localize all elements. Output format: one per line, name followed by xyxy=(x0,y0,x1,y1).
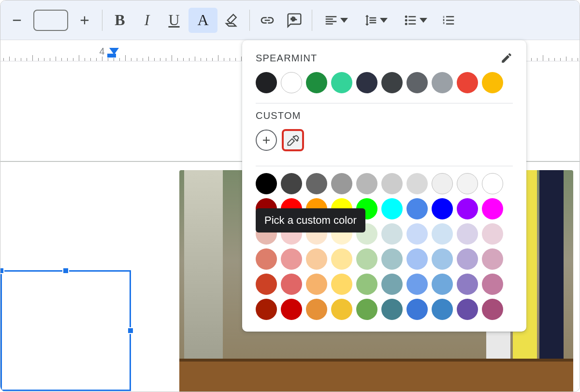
spearmint-swatch-5[interactable] xyxy=(381,72,403,93)
spearmint-swatch-9[interactable] xyxy=(482,72,503,93)
color-swatch-4-5[interactable] xyxy=(381,274,403,295)
color-swatch-2-6[interactable] xyxy=(406,223,428,245)
color-swatch-1-6[interactable] xyxy=(406,198,428,219)
svg-point-0 xyxy=(405,15,407,18)
color-swatch-3-9[interactable] xyxy=(482,248,503,270)
align-button[interactable] xyxy=(317,8,355,33)
spearmint-swatch-2[interactable] xyxy=(306,72,327,93)
color-swatch-2-5[interactable] xyxy=(381,223,403,245)
color-swatch-2-9[interactable] xyxy=(482,223,503,245)
color-swatch-0-5[interactable] xyxy=(381,173,403,194)
color-swatch-3-0[interactable] xyxy=(256,248,277,270)
color-swatch-4-0[interactable] xyxy=(256,274,277,295)
color-swatch-0-4[interactable] xyxy=(356,173,377,194)
color-swatch-3-7[interactable] xyxy=(432,248,453,270)
spearmint-swatch-1[interactable] xyxy=(281,72,302,93)
separator xyxy=(249,10,250,31)
color-swatch-0-3[interactable] xyxy=(331,173,352,194)
resize-handle-right[interactable] xyxy=(127,327,134,334)
color-swatch-1-8[interactable] xyxy=(457,198,478,219)
color-swatch-3-8[interactable] xyxy=(457,248,478,270)
zoom-in-button[interactable] xyxy=(72,8,97,33)
color-swatch-4-4[interactable] xyxy=(356,274,377,295)
spearmint-swatch-7[interactable] xyxy=(432,72,453,93)
chevron-down-icon xyxy=(340,18,348,23)
standard-color-grid xyxy=(256,173,513,320)
line-spacing-button[interactable] xyxy=(357,8,394,33)
chevron-down-icon xyxy=(380,18,388,23)
color-swatch-0-2[interactable] xyxy=(306,173,327,194)
spearmint-swatch-row xyxy=(256,72,513,93)
color-swatch-0-1[interactable] xyxy=(281,173,302,194)
color-swatch-3-5[interactable] xyxy=(381,248,403,270)
color-swatch-4-7[interactable] xyxy=(432,274,453,295)
chevron-down-icon xyxy=(420,18,427,23)
spearmint-swatch-6[interactable] xyxy=(406,72,428,93)
zoom-input[interactable] xyxy=(33,10,68,31)
svg-point-2 xyxy=(405,23,407,25)
separator xyxy=(102,10,102,31)
color-swatch-1-5[interactable] xyxy=(381,198,403,219)
color-swatch-5-7[interactable] xyxy=(432,299,453,320)
color-swatch-0-6[interactable] xyxy=(406,173,428,194)
color-swatch-0-8[interactable] xyxy=(457,173,478,194)
selected-text-box[interactable] xyxy=(0,270,131,391)
color-swatch-3-1[interactable] xyxy=(281,248,302,270)
divider xyxy=(256,103,513,103)
italic-button[interactable]: I xyxy=(134,8,160,33)
spearmint-heading: SPEARMINT xyxy=(256,53,317,64)
eyedropper-tooltip: Pick a custom color xyxy=(256,208,365,232)
color-swatch-3-2[interactable] xyxy=(306,248,327,270)
color-swatch-3-3[interactable] xyxy=(331,248,352,270)
color-swatch-0-0[interactable] xyxy=(256,173,277,194)
color-swatch-1-9[interactable] xyxy=(482,198,503,219)
add-comment-button[interactable] xyxy=(282,8,307,33)
color-swatch-5-4[interactable] xyxy=(356,299,377,320)
color-swatch-5-5[interactable] xyxy=(381,299,403,320)
color-swatch-1-7[interactable] xyxy=(432,198,453,219)
eyedropper-button[interactable] xyxy=(282,129,304,151)
highlight-button[interactable] xyxy=(219,8,245,33)
color-swatch-0-9[interactable] xyxy=(482,173,503,194)
color-swatch-2-8[interactable] xyxy=(457,223,478,245)
color-swatch-4-2[interactable] xyxy=(306,274,327,295)
edit-theme-button[interactable] xyxy=(500,52,513,64)
color-swatch-2-7[interactable] xyxy=(432,223,453,245)
color-swatch-5-0[interactable] xyxy=(256,299,277,320)
color-swatch-5-1[interactable] xyxy=(281,299,302,320)
numbered-list-button[interactable] xyxy=(436,8,461,33)
toolbar: B I U A xyxy=(0,0,580,40)
color-swatch-4-1[interactable] xyxy=(281,274,302,295)
color-swatch-5-8[interactable] xyxy=(457,299,478,320)
color-swatch-4-3[interactable] xyxy=(331,274,352,295)
color-swatch-5-2[interactable] xyxy=(306,299,327,320)
separator xyxy=(312,10,312,31)
insert-link-button[interactable] xyxy=(255,8,280,33)
resize-handle-top-left[interactable] xyxy=(0,267,4,274)
color-picker-popup: SPEARMINT CUSTOM xyxy=(242,40,526,332)
color-swatch-5-6[interactable] xyxy=(406,299,428,320)
color-swatch-3-6[interactable] xyxy=(406,248,428,270)
color-swatch-5-3[interactable] xyxy=(331,299,352,320)
color-swatch-4-9[interactable] xyxy=(482,274,503,295)
divider xyxy=(256,166,513,166)
spearmint-swatch-4[interactable] xyxy=(356,72,377,93)
spearmint-swatch-8[interactable] xyxy=(457,72,478,93)
zoom-out-button[interactable] xyxy=(4,8,29,33)
spearmint-swatch-3[interactable] xyxy=(331,72,352,93)
bulleted-list-button[interactable] xyxy=(396,8,434,33)
color-swatch-0-7[interactable] xyxy=(432,173,453,194)
color-swatch-3-4[interactable] xyxy=(356,248,377,270)
underline-button[interactable]: U xyxy=(161,8,187,33)
custom-heading: CUSTOM xyxy=(256,110,301,121)
color-swatch-4-6[interactable] xyxy=(406,274,428,295)
resize-handle-top[interactable] xyxy=(62,267,69,274)
text-color-button[interactable]: A xyxy=(188,8,218,33)
color-swatch-5-9[interactable] xyxy=(482,299,503,320)
bold-button[interactable]: B xyxy=(107,8,132,33)
color-swatch-4-8[interactable] xyxy=(457,274,478,295)
add-custom-color-button[interactable] xyxy=(256,130,277,151)
spearmint-swatch-0[interactable] xyxy=(256,72,277,93)
svg-point-1 xyxy=(405,19,407,21)
